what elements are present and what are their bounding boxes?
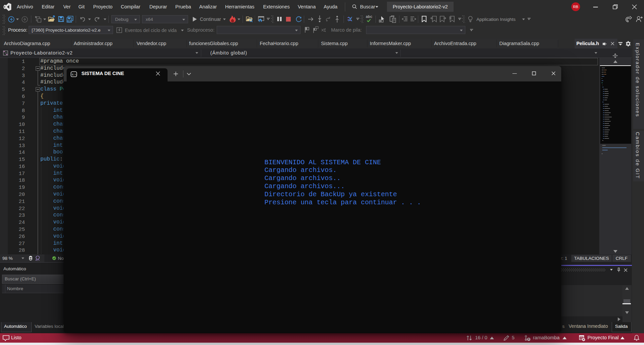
- svg-text:C:\: C:\: [72, 73, 76, 76]
